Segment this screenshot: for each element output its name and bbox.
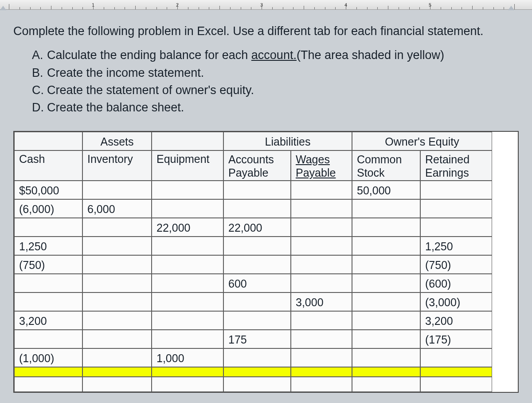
table-cell: $50,000: [14, 181, 82, 199]
table-cell: [223, 292, 291, 311]
step-a: A.Calculate the ending balance for each …: [32, 47, 519, 63]
table-cell: [223, 311, 291, 330]
table-cell: 22,000: [223, 218, 291, 237]
ruler-number: 4: [344, 2, 347, 8]
table-cell: [82, 237, 152, 255]
table-cell: [82, 292, 152, 311]
table-cell: [291, 348, 352, 367]
horizontal-ruler: 12345: [0, 0, 532, 10]
ending-balance-cell[interactable]: [152, 367, 223, 377]
step-b: B.Create the income statement.: [32, 65, 519, 81]
table-cell: [152, 377, 223, 392]
table-cell: [152, 181, 223, 199]
table-cell: [82, 377, 152, 392]
table-cell: [152, 199, 223, 218]
table-cell: [152, 311, 223, 330]
table-cell: [14, 377, 82, 392]
ending-balance-cell[interactable]: [14, 367, 82, 377]
table-cell: [420, 218, 492, 237]
table-cell: (1,000): [14, 348, 82, 367]
table-cell: [82, 255, 152, 274]
col-retained-earnings: Retained Earnings: [420, 150, 492, 181]
table-cell: [420, 377, 492, 392]
col-wages-payable: Wages Payable: [291, 150, 352, 181]
header-blank: [152, 132, 223, 150]
table-cell: (600): [420, 274, 492, 292]
table-cell: [291, 330, 352, 348]
table-cell: [152, 292, 223, 311]
table-cell: [352, 255, 420, 274]
table-cell: [223, 377, 291, 392]
table-cell: (6,000): [14, 199, 82, 218]
step-c: C.Create the statement of owner's equity…: [32, 82, 519, 99]
table-cell: [82, 311, 152, 330]
table-cell: [420, 348, 492, 367]
table-cell: [82, 348, 152, 367]
table-cell: [223, 237, 291, 255]
table-cell: [291, 274, 352, 292]
header-liabilities: Liabilities: [223, 132, 352, 150]
table-cell: [352, 311, 420, 330]
table-cell: [291, 377, 352, 392]
table-cell: [152, 274, 223, 292]
ruler-number: 5: [429, 2, 431, 8]
table-cell: [152, 255, 223, 274]
table-cell: [352, 292, 420, 311]
header-owners-equity: Owner's Equity: [352, 132, 492, 150]
table-cell: [223, 255, 291, 274]
table-cell: (3,000): [420, 292, 492, 311]
table-cell: 175: [223, 330, 291, 348]
col-common-stock: Common Stock: [352, 150, 420, 181]
table-cell: 50,000: [352, 181, 420, 199]
table-cell: [223, 348, 291, 367]
table-cell: [291, 181, 352, 199]
table-cell: [420, 199, 492, 218]
table-cell: [291, 311, 352, 330]
table-cell: 1,000: [152, 348, 223, 367]
table-cell: 1,250: [14, 237, 82, 255]
table-cell: (750): [14, 255, 82, 274]
table-cell: [352, 218, 420, 237]
table-cell: [14, 292, 82, 311]
ending-balance-cell[interactable]: [82, 367, 152, 377]
ruler-number: 3: [260, 2, 263, 8]
table-cell: [291, 218, 352, 237]
col-cash: Cash: [14, 150, 82, 181]
instruction-text: Complete the following problem in Excel.…: [13, 23, 519, 39]
table-cell: 3,200: [420, 311, 492, 330]
table-cell: [291, 199, 352, 218]
instruction-steps-list: A.Calculate the ending balance for each …: [13, 47, 519, 116]
table-cell: [223, 199, 291, 218]
table-cell: [291, 237, 352, 255]
ruler-number: 1: [92, 2, 94, 8]
indent-marker-left-icon[interactable]: [0, 6, 6, 10]
accounting-worksheet-table: Assets Liabilities Owner's Equity Cash I…: [13, 131, 519, 393]
ending-balance-cell[interactable]: [352, 367, 420, 377]
table-cell: 22,000: [152, 218, 223, 237]
table-cell: 3,200: [14, 311, 82, 330]
table-cell: (750): [420, 255, 492, 274]
table-cell: 600: [223, 274, 291, 292]
table-cell: [352, 237, 420, 255]
table-cell: [14, 330, 82, 348]
ending-balance-cell[interactable]: [223, 367, 291, 377]
table-cell: 3,000: [291, 292, 352, 311]
table-cell: [82, 274, 152, 292]
table-cell: [352, 199, 420, 218]
table-cell: [14, 274, 82, 292]
table-cell: [14, 218, 82, 237]
indent-marker-right-icon[interactable]: [508, 6, 514, 10]
table-cell: [352, 330, 420, 348]
table-cell: [420, 181, 492, 199]
table-cell: [291, 255, 352, 274]
table-cell: [152, 237, 223, 255]
ending-balance-cell[interactable]: [420, 367, 492, 377]
col-accounts-payable: Accounts Payable: [223, 150, 291, 181]
table-cell: 6,000: [82, 199, 152, 218]
document-page: Complete the following problem in Excel.…: [0, 10, 532, 393]
table-cell: [82, 218, 152, 237]
header-assets: Assets: [82, 132, 152, 150]
table-cell: [152, 330, 223, 348]
table-cell: 1,250: [420, 237, 492, 255]
ending-balance-cell[interactable]: [291, 367, 352, 377]
